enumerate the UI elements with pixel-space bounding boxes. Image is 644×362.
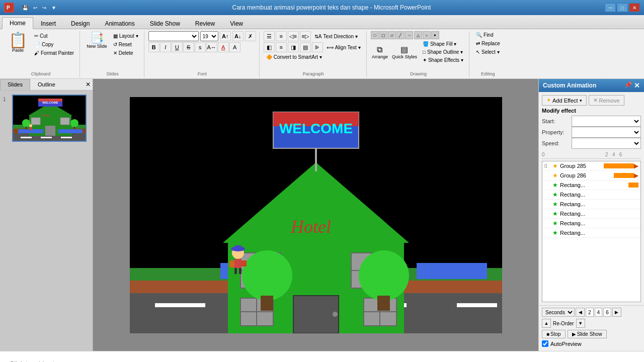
undo-btn[interactable]: ↩ (31, 4, 39, 12)
anim-controls: Seconds ◀ 2 4 6 ▶ ▲ Re-Order ▼ ■ Stop (539, 305, 644, 351)
shadow-btn[interactable]: s (195, 42, 206, 52)
tab-home[interactable]: Home (2, 17, 33, 29)
svg-rect-69 (229, 260, 234, 267)
anim-item-rect6[interactable]: ★ Rectang... (542, 228, 640, 238)
find-button[interactable]: 🔍 Find (473, 31, 496, 39)
col-btn[interactable]: ⫸ (312, 42, 323, 52)
tab-review[interactable]: Review (188, 18, 222, 29)
star-shape[interactable]: ✦ (431, 31, 439, 39)
shape-fill-button[interactable]: 🪣 Shape Fill ▾ (420, 40, 466, 48)
paste-button[interactable]: 📋 Paste (5, 31, 31, 54)
anim-item-rect5[interactable]: ★ Rectang... (542, 219, 640, 228)
font-name-select[interactable] (148, 31, 199, 41)
font-color-btn[interactable]: A (218, 42, 229, 52)
shape-outline-button[interactable]: □ Shape Outline ▾ (420, 48, 466, 56)
decrease-font-btn[interactable]: A↓ (232, 31, 244, 41)
justify-btn[interactable]: ▤ (300, 42, 311, 52)
quick-styles-button[interactable]: ▤ Quick Styles (391, 44, 418, 60)
italic-btn[interactable]: I (160, 42, 171, 52)
slide-show-button[interactable]: ▶ Slide Show (568, 330, 607, 338)
anim-item-group285[interactable]: 0 ★ Group 285 ▶ (542, 161, 640, 171)
customize-btn[interactable]: ▼ (49, 4, 58, 12)
align-left-btn[interactable]: ◧ (264, 42, 275, 52)
para-shape[interactable]: ▱ (388, 31, 396, 39)
align-center-btn[interactable]: ≡ (276, 42, 287, 52)
stop-button[interactable]: ■ Stop (542, 330, 566, 338)
indent-inc-btn[interactable]: ≡▷ (300, 31, 311, 41)
add-effect-button[interactable]: ✦ Add Effect ▾ (542, 95, 587, 106)
copy-button[interactable]: 📄 Copy (32, 41, 76, 48)
tri-shape[interactable]: △ (414, 31, 422, 39)
delete-button[interactable]: ✕ Delete (111, 49, 141, 57)
char-spacing-btn[interactable]: A↔ (206, 42, 217, 52)
redo-btn[interactable]: ↪ (40, 4, 48, 12)
format-painter-button[interactable]: 🖌 Format Painter (32, 49, 76, 57)
anim-close-btn[interactable]: ✕ (634, 81, 640, 89)
convert-smartart-button[interactable]: 🔶 Convert to SmartArt ▾ (264, 53, 325, 61)
tab-slides[interactable]: Slides (0, 79, 30, 90)
seconds-dropdown[interactable]: Seconds (542, 308, 575, 317)
anim-item-rect4[interactable]: ★ Rectang... (542, 209, 640, 219)
anim-item-rect1[interactable]: ★ Rectang... (542, 180, 640, 190)
tab-insert[interactable]: Insert (33, 18, 63, 29)
select-button[interactable]: ↖ Select ▾ (473, 48, 502, 56)
indent-dec-btn[interactable]: ◁≡ (288, 31, 299, 41)
circle-shape[interactable]: ○ (423, 31, 431, 39)
shape-outline-icon: □ (423, 49, 426, 55)
new-slide-button[interactable]: 📑 New Slide (84, 31, 110, 50)
layout-button[interactable]: ▦ Layout ▾ (111, 32, 141, 40)
slide-canvas[interactable]: Hotel WELCOME (130, 97, 502, 333)
anim-item-rect3[interactable]: ★ Rectang... (542, 200, 640, 209)
clear-format-btn[interactable]: ✗ (245, 31, 256, 41)
speed-dropdown[interactable] (572, 138, 641, 149)
arrow-shape[interactable]: → (405, 31, 413, 39)
line-shape[interactable]: ╱ (396, 31, 405, 39)
save-quick-btn[interactable]: 💾 (20, 4, 30, 12)
tab-view[interactable]: View (222, 18, 251, 29)
slide-preview-1[interactable]: WELCOME Hotel (12, 95, 87, 142)
underline-btn[interactable]: U (172, 42, 183, 52)
align-text-button[interactable]: ⟺ Align Text ▾ (324, 44, 363, 51)
timeline-next-btn[interactable]: ▶ (612, 308, 621, 317)
replace-button[interactable]: ⇄ Replace (473, 40, 503, 47)
rounded-rect-shape[interactable]: ▢ (379, 31, 387, 39)
reorder-down-btn[interactable]: ▼ (576, 319, 585, 328)
slide-area[interactable]: Hotel WELCOME (93, 79, 538, 351)
bullets-btn[interactable]: ☰ (264, 31, 275, 41)
align-right-btn[interactable]: ◨ (288, 42, 299, 52)
property-dropdown[interactable] (572, 127, 641, 138)
panel-close-btn[interactable]: ✕ (84, 79, 93, 90)
start-dropdown[interactable] (572, 116, 641, 127)
remove-button[interactable]: ✕ Remove (589, 95, 624, 106)
anim-pin-icon[interactable]: 📌 (624, 81, 632, 89)
tab-outline[interactable]: Outline (30, 79, 63, 90)
reorder-up-btn[interactable]: ▲ (542, 319, 551, 328)
autopreview-checkbox[interactable] (542, 340, 548, 347)
reset-button[interactable]: ↺ Reset (111, 41, 141, 48)
anim-item-group286[interactable]: ★ Group 286 ▶ (542, 171, 640, 180)
numbered-list-btn[interactable]: ≡ (276, 31, 287, 41)
increase-font-btn[interactable]: A↑ (220, 31, 231, 41)
window-controls: ─ □ ✕ (605, 3, 640, 12)
tab-animations[interactable]: Animations (97, 18, 142, 29)
font-highlight-btn[interactable]: A (229, 42, 240, 52)
text-direction-button[interactable]: ⇅A Text Direction ▾ (312, 33, 360, 40)
anim-item-rect2[interactable]: ★ Rectang... (542, 190, 640, 200)
notes-area[interactable]: Click to add notes (0, 351, 644, 362)
svg-point-53 (333, 312, 338, 317)
svg-rect-24 (61, 137, 72, 138)
arrange-button[interactable]: ⧉ Arrange (371, 44, 389, 60)
timeline-prev-btn[interactable]: ◀ (576, 308, 585, 317)
tab-design[interactable]: Design (63, 18, 97, 29)
minimize-btn[interactable]: ─ (605, 3, 616, 12)
rect-shape[interactable]: □ (371, 31, 379, 39)
tab-slideshow[interactable]: Slide Show (142, 18, 188, 29)
bold-btn[interactable]: B (148, 42, 159, 52)
cut-button[interactable]: ✂ Cut (32, 32, 76, 40)
font-size-select[interactable]: 19 (200, 31, 218, 41)
smartart-icon: 🔶 (266, 54, 272, 60)
maximize-btn[interactable]: □ (617, 3, 628, 12)
shape-effects-button[interactable]: ✦ Shape Effects ▾ (420, 56, 466, 64)
strikethrough-btn[interactable]: S (183, 42, 194, 52)
close-btn[interactable]: ✕ (629, 3, 640, 12)
